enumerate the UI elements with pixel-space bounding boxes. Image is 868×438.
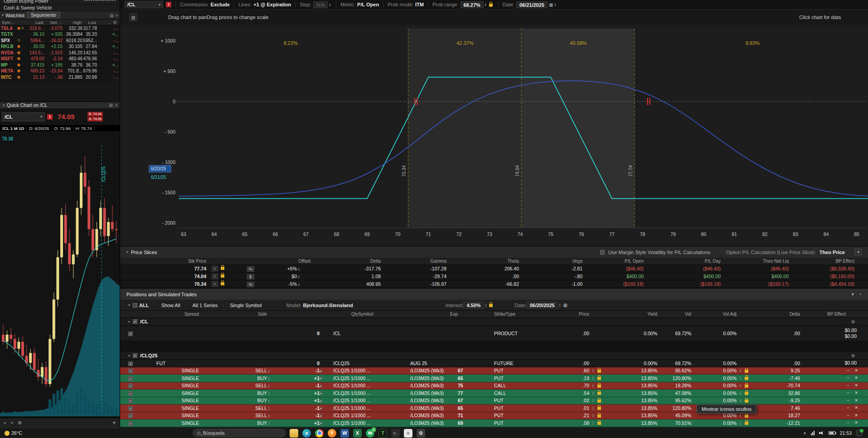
hidden-icons-chevron[interactable]: ∧	[803, 431, 806, 435]
row-checkbox[interactable]: ✓	[128, 384, 133, 388]
taskbar-search[interactable]: Búsqueda	[193, 429, 286, 437]
delete-row-icon[interactable]: ✕	[854, 376, 858, 380]
row-checkbox[interactable]: ✓	[128, 376, 133, 381]
lock-icon[interactable]	[597, 377, 601, 380]
collapse-row-icon[interactable]: −	[847, 414, 849, 418]
collapse-row-icon[interactable]: −	[847, 421, 849, 425]
lock-icon[interactable]	[597, 392, 601, 395]
position-row-single[interactable]: ✓SINGLEBUY▴▾+1▾/CLQ25 1/1000 .../LO3M25 …	[120, 419, 868, 427]
stepper-icon[interactable]: ▴▾	[298, 267, 300, 271]
delete-row-icon[interactable]: ✕	[854, 406, 858, 410]
stepper-icon[interactable]: ▴▾	[329, 3, 330, 7]
collapse-row-icon[interactable]: −	[847, 391, 849, 395]
collapse-row-icon[interactable]: −	[847, 369, 849, 373]
scroll-down-icon[interactable]: ▼	[112, 420, 116, 425]
stepper-icon[interactable]: ▴▾	[740, 369, 741, 373]
col-last[interactable]: Last	[26, 20, 44, 25]
all-checkbox[interactable]	[133, 303, 137, 308]
risk-profile-chart[interactable]: 70.3474.0477.748.22%42.37%40.58%8.83%+ 1…	[120, 25, 868, 246]
stepper-icon[interactable]: ▴▾	[268, 384, 270, 388]
stepper-icon[interactable]: ▴▾	[554, 3, 556, 7]
watchlist-row[interactable]: TGTX36.10+.93536.308435.20+...	[0, 32, 120, 38]
risk-profile-canvas[interactable]: 70.3474.0477.748.22%42.37%40.58%8.83%+ 1…	[120, 25, 868, 246]
collapse-row-icon[interactable]: −	[847, 406, 849, 410]
lock-icon[interactable]	[489, 4, 493, 7]
chevron-down-icon[interactable]: ▾	[320, 406, 322, 410]
chevron-down-icon[interactable]: ▾	[320, 384, 322, 388]
position-group-row[interactable]: ▾✓/CLQ25⚙	[120, 352, 868, 360]
taskbar-icon-chat[interactable]: ✉1	[366, 429, 374, 438]
stepper-icon[interactable]: ▴▾	[298, 283, 300, 287]
lines-value[interactable]: +1 @ Expiration	[253, 2, 291, 7]
stepper-icon[interactable]: ▴▾	[592, 414, 594, 418]
delete-row-icon[interactable]: ✕	[854, 414, 858, 418]
battery-icon[interactable]	[829, 431, 835, 435]
menu-icon[interactable]: ≡	[116, 13, 118, 18]
watchlist-row[interactable]: MP37.415+.19538.7636.70+...	[0, 62, 120, 68]
row-checkbox[interactable]: ✓	[128, 414, 133, 418]
row-checkbox[interactable]: ✓	[133, 319, 137, 324]
stepper-icon[interactable]: ▴▾	[268, 369, 270, 373]
position-row-single[interactable]: ✓SINGLESELL▴▾-1▾/CLQ25 1/1000 .../LO3M25…	[120, 367, 868, 375]
position-row-single[interactable]: ✓SINGLESELL▴▾-1▾/CLQ25 1/1000 .../LO3M25…	[120, 382, 868, 390]
stepper-icon[interactable]: ▴▾	[740, 414, 741, 418]
stepper-icon[interactable]: ▴▾	[268, 391, 270, 395]
col-low[interactable]: Low	[82, 20, 97, 25]
chevron-down-icon[interactable]: ▾	[128, 303, 130, 307]
taskbar-icon-excel[interactable]: X	[353, 429, 362, 438]
grid-icon[interactable]: ▤	[110, 13, 114, 18]
interest-value[interactable]: 4.50%	[463, 302, 484, 308]
commission-value[interactable]: Exclude	[211, 2, 230, 7]
gear-icon[interactable]: ⚙	[18, 420, 22, 425]
slice-adjust-icon[interactable]: ≡	[212, 281, 218, 287]
stepper-icon[interactable]: ▴▾	[298, 275, 300, 279]
row-checkbox[interactable]: ✓	[128, 421, 133, 426]
collapse-row-icon[interactable]: −	[847, 399, 849, 403]
stepper-icon[interactable]: ▴▾	[592, 384, 594, 388]
row-checkbox[interactable]: ✓	[128, 391, 133, 396]
lock-icon[interactable]	[597, 399, 601, 403]
prob-range-value[interactable]: 68.27%	[461, 1, 484, 8]
volume-icon[interactable]	[819, 431, 824, 435]
delete-row-icon[interactable]: ✕	[854, 384, 858, 388]
watchlist-row[interactable]: SPX⚠5964...-16.026018.205952...-...	[0, 38, 120, 44]
chevron-down-icon[interactable]: ▾	[128, 354, 130, 358]
chevron-down-icon[interactable]: ▾	[126, 250, 128, 254]
taskbar-icon-explorer[interactable]	[290, 429, 298, 438]
lock-icon[interactable]	[745, 377, 748, 380]
quick-chart-canvas[interactable]: 78.38/CLQ25	[0, 132, 120, 418]
slice-offset[interactable]: -5%	[288, 281, 297, 287]
taskbar-icon-notepad[interactable]: ≡	[404, 429, 412, 438]
stepper-icon[interactable]: ▴▾	[268, 399, 270, 403]
lock-icon[interactable]	[745, 399, 748, 403]
stepper-icon[interactable]: ▴▾	[592, 399, 594, 403]
stepper-icon[interactable]: ▴▾	[268, 376, 270, 380]
stepper-icon[interactable]: ▴▾	[559, 303, 561, 307]
chevron-down-icon[interactable]: ▾	[320, 421, 322, 425]
chevron-down-icon[interactable]: ▾	[128, 320, 130, 324]
date-value[interactable]: 06/21/2025	[516, 1, 548, 8]
row-checkbox[interactable]: ✓	[128, 361, 133, 366]
delete-row-icon[interactable]: ✕	[854, 369, 858, 373]
pl-calc-value[interactable]: Theo Price	[820, 250, 845, 255]
stepper-icon[interactable]: ▴▾	[592, 406, 594, 410]
menu-icon[interactable]: ≡	[115, 103, 117, 107]
lock-icon[interactable]	[597, 414, 601, 418]
tab-seguimiento[interactable]: Seguimiento	[27, 12, 60, 19]
watchlist-row[interactable]: INTC21.13-.3621.88520.88-...	[0, 74, 120, 81]
lock-icon[interactable]	[597, 407, 601, 410]
lock-icon[interactable]	[745, 414, 748, 418]
chevron-down-icon[interactable]: ▾	[320, 399, 322, 403]
price-slice-row[interactable]: 74.04≡$$0▴▾1.08-29.74.00-.80$400.00$400.…	[120, 273, 868, 280]
lock-icon[interactable]	[745, 392, 748, 395]
slice-adjust-icon[interactable]: ≡	[212, 274, 218, 279]
slice-adjust-icon[interactable]: ≡	[212, 266, 218, 271]
symbol-combo[interactable]: /CL ▾	[125, 1, 163, 8]
stepper-icon[interactable]: ▴▾	[268, 421, 270, 425]
model-value[interactable]: Bjerksund-Stensland	[303, 303, 353, 308]
stepper-icon[interactable]: ▴▾	[740, 384, 741, 388]
stepper-icon[interactable]: ▴▾	[592, 369, 594, 373]
watchlist-row[interactable]: NVDA143.5...-1.915146.20142.65-...	[0, 50, 120, 56]
taskbar-icon-chrome[interactable]	[315, 429, 324, 438]
watchlist-row[interactable]: META680.23-15.54701.8...679.96-...	[0, 68, 120, 75]
